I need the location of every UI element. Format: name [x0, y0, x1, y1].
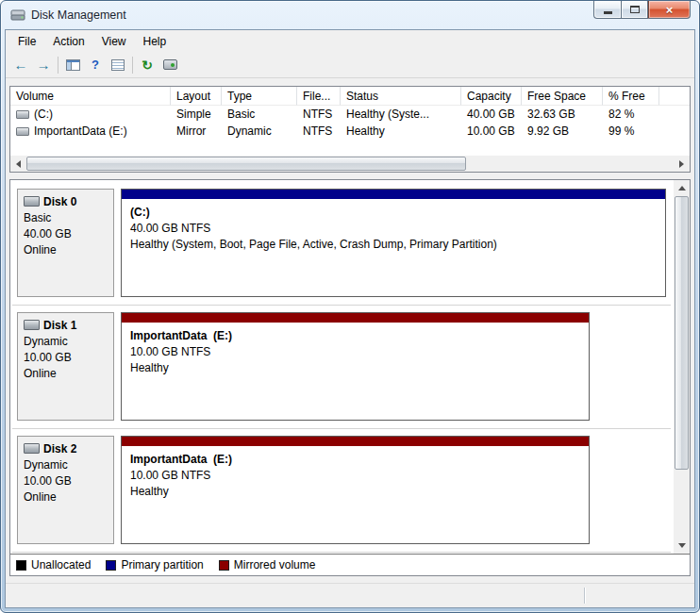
h-scroll-track[interactable]: [26, 156, 674, 172]
partition-area: ImportantData (E:) 10.00 GB NTFS Healthy: [121, 312, 666, 421]
partition-color-bar: [122, 190, 665, 199]
legend-label: Primary partition: [121, 558, 203, 572]
column-header-volume[interactable]: Volume: [10, 87, 171, 106]
disk-type-label: Basic: [24, 210, 108, 226]
menu-view[interactable]: View: [93, 32, 135, 51]
back-icon: ←: [14, 58, 28, 72]
percent-free-cell: 99 %: [603, 124, 659, 138]
scroll-left-button[interactable]: [10, 156, 26, 172]
statusbar: [6, 583, 694, 607]
properties-icon: [111, 59, 125, 71]
disk-size-label: 10.00 GB: [24, 350, 108, 366]
column-header-free-space[interactable]: Free Space: [522, 87, 603, 106]
volume-table-header: Volume Layout Type File... Status Capaci…: [10, 87, 690, 106]
minimize-button[interactable]: [593, 1, 621, 19]
legend-item-primary-partition: Primary partition: [106, 558, 203, 572]
rescan-disks-button[interactable]: [158, 54, 181, 76]
disk-info-panel[interactable]: Disk 0 Basic 40.00 GB Online: [17, 189, 114, 297]
partition-box[interactable]: ImportantData (E:) 10.00 GB NTFS Healthy: [121, 436, 590, 544]
scroll-down-icon: [678, 543, 686, 548]
v-scroll-thumb[interactable]: [675, 196, 689, 470]
disk-state-label: Online: [24, 242, 108, 258]
toolbar: ← → ? ↻: [6, 52, 694, 78]
legend-label: Unallocated: [31, 558, 91, 572]
partition-box[interactable]: (C:) 40.00 GB NTFS Healthy (System, Boot…: [121, 189, 666, 297]
scroll-down-button[interactable]: [674, 538, 690, 554]
free-space-cell: 32.63 GB: [522, 108, 603, 121]
partition-body: ImportantData (E:) 10.00 GB NTFS Healthy: [122, 446, 589, 505]
column-header-status[interactable]: Status: [341, 87, 461, 106]
free-space-cell: 9.92 GB: [522, 124, 603, 138]
volume-row[interactable]: ImportantData (E:) Mirror Dynamic NTFS H…: [10, 123, 690, 140]
refresh-button[interactable]: ↻: [136, 54, 158, 76]
maximize-button[interactable]: [621, 1, 648, 19]
volume-row[interactable]: (C:) Simple Basic NTFS Healthy (Syste...…: [10, 106, 690, 123]
column-header-layout[interactable]: Layout: [171, 87, 222, 106]
v-scroll-track[interactable]: [674, 196, 690, 538]
show-console-tree-button[interactable]: [61, 54, 84, 76]
column-header-percent-free[interactable]: % Free: [603, 87, 659, 106]
menu-help[interactable]: Help: [135, 32, 175, 51]
rescan-disks-icon: [163, 59, 177, 70]
disk-row: Disk 1 Dynamic 10.00 GB Online Important…: [12, 306, 671, 429]
disk-icon: [24, 196, 40, 207]
help-icon: ?: [92, 58, 99, 71]
status-cell: Healthy: [341, 124, 461, 138]
partition-body: (C:) 40.00 GB NTFS Healthy (System, Boot…: [122, 199, 665, 257]
disk-row: Disk 2 Dynamic 10.00 GB Online Important…: [12, 429, 671, 553]
disk-row: Disk 0 Basic 40.00 GB Online (C:) 40.00 …: [12, 182, 671, 306]
disk-name: Disk 1: [43, 319, 76, 332]
forward-button[interactable]: →: [32, 54, 55, 76]
capacity-cell: 10.00 GB: [461, 124, 522, 138]
close-icon: ×: [666, 4, 674, 16]
partition-status-label: Healthy: [130, 360, 580, 376]
back-button[interactable]: ←: [9, 54, 32, 76]
primary-partition-swatch: [106, 560, 116, 571]
help-button[interactable]: ?: [84, 54, 107, 76]
volume-name: ImportantData (E:): [34, 124, 127, 138]
properties-button[interactable]: [107, 54, 129, 76]
legend-label: Mirrored volume: [234, 558, 316, 572]
disk-info-panel[interactable]: Disk 2 Dynamic 10.00 GB Online: [17, 436, 114, 544]
partition-box[interactable]: ImportantData (E:) 10.00 GB NTFS Healthy: [121, 312, 590, 421]
app-icon: [10, 8, 25, 23]
disk-management-window: Disk Management × File Action View Help …: [0, 0, 700, 613]
partition-status-label: Healthy: [130, 484, 580, 500]
close-button[interactable]: ×: [648, 1, 691, 19]
horizontal-scrollbar[interactable]: [10, 156, 690, 172]
scroll-right-button[interactable]: [674, 156, 690, 172]
disk-state-label: Online: [24, 366, 108, 382]
titlebar[interactable]: Disk Management ×: [1, 1, 699, 29]
window-title: Disk Management: [31, 8, 126, 22]
layout-cell: Mirror: [171, 124, 222, 138]
partition-area: (C:) 40.00 GB NTFS Healthy (System, Boot…: [121, 189, 666, 297]
minimize-icon: [604, 11, 612, 14]
column-header-capacity[interactable]: Capacity: [461, 87, 522, 106]
capacity-cell: 40.00 GB: [461, 108, 522, 121]
volume-name: (C:): [34, 108, 53, 121]
disk-name: Disk 0: [43, 195, 76, 208]
h-scroll-thumb[interactable]: [26, 157, 466, 171]
statusbar-divider: [584, 588, 585, 604]
menu-file[interactable]: File: [9, 32, 44, 51]
column-header-filler: [659, 87, 690, 106]
column-header-file-system[interactable]: File...: [297, 87, 341, 106]
disk-size-label: 40.00 GB: [24, 226, 108, 242]
menu-action[interactable]: Action: [44, 32, 92, 51]
disk-title: Disk 0: [24, 192, 108, 210]
volume-drive-icon: [16, 110, 29, 119]
console-tree-icon: [66, 59, 80, 71]
type-cell: Basic: [222, 108, 297, 121]
partition-volume-label: ImportantData (E:): [130, 451, 580, 468]
partition-color-bar: [122, 313, 589, 323]
column-header-type[interactable]: Type: [222, 87, 297, 106]
disk-type-label: Dynamic: [24, 457, 108, 473]
scroll-up-button[interactable]: [674, 180, 690, 196]
vertical-scrollbar[interactable]: [674, 180, 690, 554]
partition-size-label: 10.00 GB NTFS: [130, 468, 580, 484]
disk-info-panel[interactable]: Disk 1 Dynamic 10.00 GB Online: [17, 312, 114, 421]
percent-free-cell: 82 %: [603, 108, 659, 121]
partition-volume-label: ImportantData (E:): [130, 327, 580, 344]
partition-size-label: 10.00 GB NTFS: [130, 344, 580, 360]
partition-color-bar: [122, 437, 589, 446]
